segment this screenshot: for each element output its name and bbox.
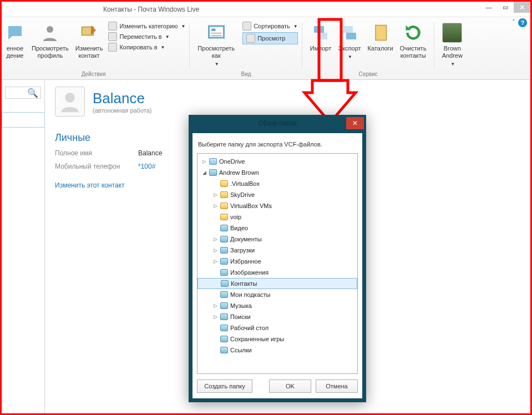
twisty-icon[interactable]: ▷ — [202, 159, 207, 164]
book-icon — [371, 23, 391, 43]
ribbon: енноедение Просмотреть профиль Изменить … — [2, 17, 530, 80]
tree-item[interactable]: Видео — [197, 222, 357, 234]
tree-item[interactable]: ▷Загрузки — [197, 245, 357, 256]
folder-icon — [220, 336, 228, 342]
tree-item-label: Загрузки — [230, 247, 255, 254]
mobile-value[interactable]: *100# — [138, 163, 155, 170]
window-controls: — ▭ ✕ — [480, 2, 530, 13]
help-row: ˆ ? — [513, 18, 527, 27]
tree-item-label: Мои подкасты — [230, 291, 270, 298]
cancel-button[interactable]: Отмена — [316, 379, 358, 393]
tree-item-label: SkyDrive — [230, 191, 255, 198]
folder-icon — [220, 214, 228, 220]
tree-item[interactable]: ▷Музыка — [197, 300, 357, 311]
copy-icon — [108, 43, 117, 52]
contact-avatar — [55, 87, 85, 117]
collapse-ribbon-icon[interactable]: ˆ — [513, 19, 515, 27]
twisty-icon[interactable]: ▷ — [213, 314, 218, 320]
catalogs-button[interactable]: Каталоги — [364, 21, 397, 62]
tree-item[interactable]: ▷OneDrive — [197, 156, 357, 167]
tree-item[interactable]: ▷Избранное — [197, 256, 357, 267]
copy-to-button[interactable]: Копировать в▼ — [108, 43, 185, 52]
export-icon — [340, 23, 359, 43]
svg-rect-6 — [314, 26, 324, 33]
dialog-titlebar[interactable]: Обзор папок ✕ — [189, 115, 366, 131]
tree-item[interactable]: ▷VirtualBox VMs — [197, 200, 357, 211]
twisty-icon[interactable]: ▷ — [213, 203, 218, 209]
twisty-icon[interactable]: ▷ — [213, 247, 218, 253]
tree-item[interactable]: Мои подкасты — [197, 289, 357, 300]
ribbon-group-user: Brown Andrew▼ — [434, 21, 470, 79]
move-to-button[interactable]: Переместить в▼ — [108, 32, 185, 41]
tree-item[interactable]: ◢Andrew Brown — [197, 167, 357, 178]
search-input[interactable]: 🔍 — [5, 87, 41, 99]
twisty-icon[interactable]: ▷ — [213, 192, 218, 198]
tree-item-label: Документы — [230, 236, 262, 242]
help-icon[interactable]: ? — [518, 18, 527, 27]
tree-item[interactable]: .VirtualBox — [197, 178, 357, 189]
folder-icon — [209, 169, 217, 176]
twisty-icon[interactable]: ▷ — [213, 259, 218, 264]
ribbon-group-view: Просмотреть как▼ Сортировать▼ Просмотр В… — [190, 21, 302, 79]
tree-item[interactable]: Сохраненные игры — [197, 333, 357, 345]
titlebar: Контакты - Почта Windows Live — ▭ ✕ ˆ ? — [2, 2, 530, 17]
contact-status: (автономная работа) — [93, 107, 151, 114]
chat-bubble-icon — [5, 23, 25, 43]
tree-item[interactable]: ▷Поиски — [197, 311, 357, 322]
dialog-close-button[interactable]: ✕ — [346, 117, 364, 129]
browse-folder-dialog: Обзор папок ✕ Выберите папку для экспорт… — [189, 115, 366, 402]
preview-toggle-button[interactable]: Просмотр — [242, 32, 298, 44]
search-icon: 🔍 — [27, 88, 38, 98]
close-button[interactable]: ✕ — [514, 2, 530, 13]
folder-tree[interactable]: ▷OneDrive◢Andrew Brown.VirtualBox▷SkyDri… — [197, 153, 358, 374]
tree-item-label: Поиски — [230, 313, 251, 320]
dropdown-icon: ▼ — [450, 62, 455, 67]
twisty-icon[interactable]: ▷ — [213, 303, 218, 308]
tree-item-label: Видео — [230, 225, 248, 231]
tree-item[interactable]: Рабочий стол — [197, 322, 357, 333]
dropdown-icon: ▼ — [165, 34, 170, 39]
twisty-icon[interactable]: ▷ — [213, 236, 218, 242]
edit-contact-button[interactable]: Изменить контакт — [72, 21, 107, 62]
svg-rect-4 — [211, 33, 221, 34]
tree-item-label: Избранное — [230, 258, 261, 265]
tree-item-label: Изображения — [230, 269, 268, 276]
contact-list-item[interactable] — [2, 112, 45, 128]
tree-item[interactable]: Контакты — [197, 278, 357, 289]
folder-icon — [220, 291, 228, 298]
ribbon-group-actions: енноедение Просмотреть профиль Изменить … — [2, 21, 190, 79]
twisty-icon[interactable]: ◢ — [202, 170, 207, 175]
mobile-label: Мобильный телефон — [55, 163, 138, 170]
tree-item[interactable]: Ссылки — [197, 345, 357, 356]
svg-rect-9 — [346, 33, 356, 39]
refresh-icon — [403, 23, 423, 43]
minimize-button[interactable]: — — [480, 2, 497, 13]
folder-icon — [221, 280, 229, 287]
tree-item[interactable]: ▷Документы — [197, 234, 357, 245]
clear-contacts-button[interactable]: Очистить контакты — [397, 21, 430, 62]
folder-icon — [220, 225, 228, 231]
sidebar: 🔍 — [2, 80, 45, 413]
tree-item-label: OneDrive — [219, 158, 245, 165]
view-as-button[interactable]: Просмотреть как▼ — [194, 21, 238, 69]
change-category-button[interactable]: Изменить категорию▼ — [108, 22, 185, 31]
svg-rect-8 — [343, 26, 353, 33]
svg-point-0 — [47, 26, 53, 33]
tree-item[interactable]: Изображения — [197, 267, 357, 278]
ribbon-group-service: Импорт Экспорт▼ Каталоги Очистить контак… — [302, 21, 434, 79]
ok-button[interactable]: OK — [269, 379, 311, 393]
folder-icon — [220, 247, 228, 254]
maximize-button[interactable]: ▭ — [497, 2, 514, 13]
category-icon — [108, 22, 117, 31]
tree-item[interactable]: ▷SkyDrive — [197, 189, 357, 200]
instant-message-button[interactable]: енноедение — [2, 21, 28, 62]
view-profile-button[interactable]: Просмотреть профиль — [28, 21, 72, 62]
fullname-value: Balance — [138, 149, 162, 157]
create-folder-button[interactable]: Создать папку — [197, 379, 252, 393]
tree-item[interactable]: voip — [197, 211, 357, 222]
export-button[interactable]: Экспорт▼ — [335, 21, 364, 62]
dropdown-icon: ▼ — [215, 62, 219, 67]
import-button[interactable]: Импорт — [307, 21, 335, 62]
current-user-button[interactable]: Brown Andrew▼ — [439, 21, 466, 69]
sort-by-button[interactable]: Сортировать▼ — [242, 22, 298, 31]
